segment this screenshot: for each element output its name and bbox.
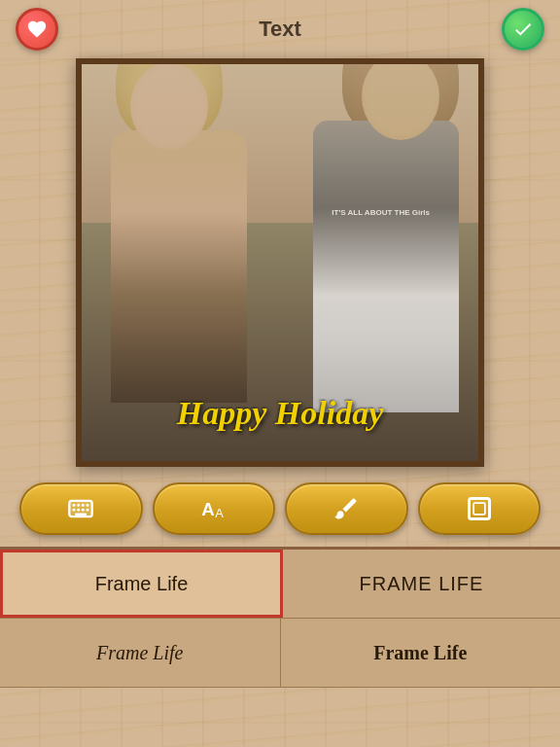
- font-options-grid: Frame Life FRAME LIFE Frame Life Frame L…: [0, 547, 560, 688]
- font-option-normal[interactable]: Frame Life: [0, 550, 283, 618]
- svg-text:A: A: [215, 506, 224, 520]
- svg-rect-13: [473, 503, 485, 515]
- font-normal-text: Frame Life: [95, 573, 189, 595]
- color-picker-button[interactable]: [285, 482, 408, 535]
- page-title: Text: [58, 17, 502, 42]
- svg-rect-12: [469, 499, 489, 519]
- font-italic-text: Frame Life: [96, 642, 183, 664]
- confirm-button[interactable]: [502, 8, 544, 51]
- font-bold-text: Frame Life: [373, 642, 467, 664]
- svg-text:A: A: [201, 499, 214, 519]
- font-row-2: Frame Life Frame Life: [0, 619, 560, 688]
- font-option-bold-serif[interactable]: Frame Life: [281, 619, 561, 687]
- font-row-1: Frame Life FRAME LIFE: [0, 550, 560, 619]
- font-caps-text: FRAME LIFE: [360, 573, 484, 595]
- photo-content: IT'S ALL ABOUT THE Girls Happy Holiday: [82, 64, 478, 461]
- photo-frame[interactable]: IT'S ALL ABOUT THE Girls Happy Holiday: [76, 58, 484, 467]
- keyboard-button[interactable]: [19, 482, 143, 535]
- frame-button[interactable]: [418, 482, 542, 535]
- photo-frame-container: IT'S ALL ABOUT THE Girls Happy Holiday: [0, 58, 560, 467]
- favorite-button[interactable]: [16, 8, 58, 51]
- font-option-italic[interactable]: Frame Life: [0, 619, 281, 687]
- font-option-caps[interactable]: FRAME LIFE: [283, 550, 560, 618]
- toolbar: A A: [0, 482, 560, 535]
- photo-overlay-text[interactable]: Happy Holiday: [177, 395, 383, 432]
- font-size-button[interactable]: A A: [153, 482, 276, 535]
- header: Text: [0, 0, 560, 58]
